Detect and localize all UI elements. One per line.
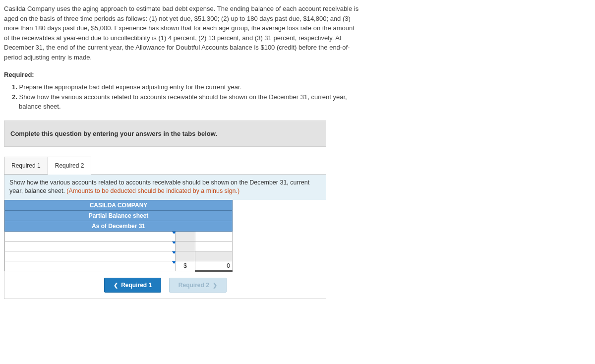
item-number: 2. bbox=[12, 93, 17, 101]
table-header-company: CASILDA COMPANY bbox=[5, 200, 233, 210]
table-row-total: $ 0 bbox=[5, 261, 233, 271]
cell-shaded bbox=[176, 231, 195, 241]
total-amount: 0 bbox=[195, 261, 233, 271]
problem-statement: Casilda Company uses the aging approach … bbox=[4, 4, 361, 62]
table-row bbox=[5, 231, 233, 241]
next-button[interactable]: Required 2 ❯ bbox=[169, 278, 227, 293]
item-text: Prepare the appropriate bad debt expense… bbox=[17, 83, 241, 91]
amount-input[interactable] bbox=[195, 241, 233, 251]
tab-required-1[interactable]: Required 1 bbox=[4, 157, 48, 175]
account-dropdown[interactable] bbox=[5, 261, 176, 271]
account-dropdown[interactable] bbox=[5, 241, 176, 251]
prev-label: Required 1 bbox=[121, 282, 152, 289]
tab-required-2[interactable]: Required 2 bbox=[48, 157, 92, 175]
panel-instructions: Show how the various accounts related to… bbox=[4, 175, 326, 200]
account-dropdown[interactable] bbox=[5, 251, 176, 261]
balance-sheet-table: CASILDA COMPANY Partial Balance sheet As… bbox=[4, 200, 233, 272]
item-number: 1. bbox=[12, 83, 17, 91]
next-label: Required 2 bbox=[178, 282, 209, 289]
prev-button[interactable]: ❮ Required 1 bbox=[104, 278, 162, 293]
cell-shaded bbox=[176, 241, 195, 251]
required-list: 1. Prepare the appropriate bad debt expe… bbox=[12, 82, 359, 112]
list-item: 2. Show how the various accounts related… bbox=[12, 92, 359, 112]
tab-panel-required-2: Show how the various accounts related to… bbox=[4, 174, 326, 299]
currency-symbol: $ bbox=[176, 261, 195, 271]
table-header-date: As of December 31 bbox=[5, 221, 233, 231]
account-dropdown[interactable] bbox=[5, 231, 176, 241]
table-row bbox=[5, 251, 233, 261]
tab-bar: Required 1 Required 2 bbox=[4, 157, 591, 175]
cell-shaded bbox=[176, 251, 195, 261]
nav-buttons: ❮ Required 1 Required 2 ❯ bbox=[4, 272, 326, 299]
chevron-right-icon: ❯ bbox=[213, 282, 217, 288]
amount-input[interactable] bbox=[195, 231, 233, 241]
table-header-title: Partial Balance sheet bbox=[5, 210, 233, 221]
chevron-left-icon: ❮ bbox=[114, 282, 118, 288]
cell-shaded bbox=[195, 251, 233, 261]
table-row bbox=[5, 241, 233, 251]
list-item: 1. Prepare the appropriate bad debt expe… bbox=[12, 82, 359, 92]
item-text: Show how the various accounts related to… bbox=[17, 93, 347, 111]
instruction-note: (Amounts to be deducted should be indica… bbox=[66, 187, 239, 194]
required-heading: Required: bbox=[4, 71, 591, 78]
instruction-banner: Complete this question by entering your … bbox=[4, 121, 326, 147]
